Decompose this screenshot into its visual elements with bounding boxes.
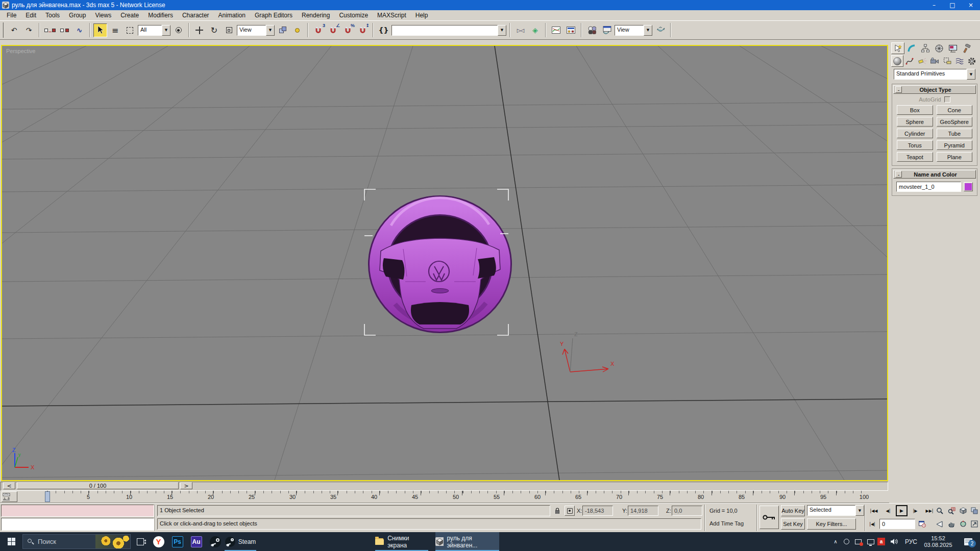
add-time-tag-button[interactable]: Add Time Tag <box>709 520 744 527</box>
field-of-view-button[interactable] <box>934 518 945 530</box>
y-coord-field[interactable]: 14,918 <box>628 506 658 516</box>
dropdown-arrow-icon[interactable]: ▼ <box>498 25 506 36</box>
time-slider-handle[interactable]: 0 / 100 <box>17 482 179 489</box>
absolute-offset-toggle[interactable] <box>565 506 575 516</box>
zoom-button[interactable] <box>934 505 945 516</box>
object-type-button[interactable]: Sphere <box>897 117 933 127</box>
tab-modify[interactable] <box>905 42 918 54</box>
tray-clock[interactable]: 15:52 03.08.2025 <box>921 532 955 551</box>
render-scene-button[interactable] <box>600 23 614 37</box>
object-type-button[interactable]: GeoSphere <box>937 117 973 127</box>
select-and-move-button[interactable] <box>192 23 206 37</box>
auto-key-button[interactable]: Auto Key <box>781 505 805 516</box>
autogrid-checkbox[interactable] <box>944 96 950 103</box>
primitive-category-dropdown[interactable]: Standard Primitives ▼ <box>894 69 975 80</box>
object-type-button[interactable]: Tube <box>937 129 973 138</box>
material-editor-button[interactable] <box>585 23 599 37</box>
category-helpers[interactable] <box>941 55 953 67</box>
select-object-button[interactable] <box>93 23 107 37</box>
menu-item[interactable]: Graph Editors <box>250 11 297 20</box>
object-type-rollout-header[interactable]: - Object Type <box>893 85 976 94</box>
menu-item[interactable]: Tools <box>41 11 64 20</box>
time-slider-next-button[interactable]: > <box>180 482 192 489</box>
object-type-button[interactable]: Torus <box>897 140 933 150</box>
toolbar-grip[interactable] <box>3 22 5 38</box>
menu-item[interactable]: Rendering <box>297 11 334 20</box>
x-coord-field[interactable]: -18,543 <box>582 506 613 516</box>
tab-hierarchy[interactable] <box>919 42 932 54</box>
start-button[interactable] <box>0 532 22 551</box>
tray-alert-app-icon[interactable]: a <box>877 532 886 551</box>
minimize-button[interactable]: – <box>925 0 943 10</box>
zoom-all-button[interactable] <box>946 505 957 516</box>
object-type-button[interactable]: Cylinder <box>897 129 933 138</box>
object-type-button[interactable]: Pyramid <box>937 140 973 150</box>
named-selection-dropdown[interactable]: ▼ <box>391 25 506 36</box>
quick-render-button[interactable] <box>653 23 667 37</box>
previous-frame-button[interactable]: ◀| <box>883 506 894 516</box>
category-cameras[interactable] <box>928 55 940 67</box>
bind-to-space-warp-button[interactable]: ∿ <box>72 23 86 37</box>
perspective-viewport[interactable]: X Y Z Z X y Perspective <box>1 45 888 481</box>
viewport-label[interactable]: Perspective <box>6 48 35 54</box>
go-to-start-button[interactable]: |◀◀ <box>867 506 880 516</box>
tray-recording-icon[interactable] <box>853 532 864 551</box>
taskbar-steam-window[interactable]: Steam <box>225 532 256 551</box>
dropdown-arrow-icon[interactable]: ▼ <box>162 25 170 36</box>
category-space-warps[interactable] <box>953 55 965 67</box>
time-configuration-button[interactable] <box>917 519 927 529</box>
menu-item[interactable]: Modifiers <box>143 11 178 20</box>
key-mode-toggle-button[interactable]: |◀| <box>867 519 877 529</box>
angle-snap-button[interactable]: ∠ <box>326 23 340 37</box>
redo-button[interactable]: ↷ <box>22 23 36 37</box>
dropdown-arrow-icon[interactable]: ▼ <box>967 69 975 80</box>
select-and-scale-button[interactable] <box>222 23 236 37</box>
collapse-icon[interactable]: - <box>895 171 902 178</box>
dropdown-arrow-icon[interactable]: ▼ <box>266 25 275 36</box>
category-geometry[interactable] <box>891 55 903 67</box>
zoom-extents-button[interactable] <box>958 505 969 516</box>
spinner-snap-button[interactable]: ↕ <box>356 23 370 37</box>
selection-lock-toggle[interactable] <box>552 505 562 516</box>
undo-button[interactable]: ↶ <box>7 23 21 37</box>
tray-network-icon[interactable] <box>865 532 876 551</box>
tab-utilities[interactable] <box>960 42 973 54</box>
menu-item[interactable]: Views <box>90 11 116 20</box>
steering-wheel-object[interactable] <box>2 46 887 480</box>
menu-item[interactable]: Create <box>116 11 143 20</box>
object-type-button[interactable]: Teapot <box>897 152 933 162</box>
tab-create[interactable] <box>891 42 904 54</box>
pan-button[interactable] <box>946 518 957 530</box>
track-view-button[interactable] <box>549 23 563 37</box>
current-frame-marker[interactable] <box>45 491 50 502</box>
min-max-toggle-button[interactable] <box>969 518 979 530</box>
taskbar-photoshop[interactable]: Ps <box>168 532 187 551</box>
object-name-field[interactable]: movsteer_1_0 <box>896 182 961 192</box>
taskbar-screenshots-folder[interactable]: Снимки экрана <box>375 532 428 551</box>
close-button[interactable]: × <box>962 0 980 10</box>
set-keys-button[interactable] <box>760 506 779 529</box>
name-and-color-rollout-header[interactable]: - Name and Color <box>893 170 976 179</box>
menu-item[interactable]: Group <box>64 11 90 20</box>
taskbar-3dsmax-window-active[interactable]: руль для эйнваген... <box>435 532 499 551</box>
collapse-icon[interactable]: - <box>895 86 902 93</box>
select-and-link-button[interactable] <box>43 23 57 37</box>
object-type-button[interactable]: Box <box>897 105 933 115</box>
unlink-selection-button[interactable] <box>58 23 71 37</box>
align-button[interactable]: ◈ <box>528 23 542 37</box>
next-frame-button[interactable]: |▶ <box>910 506 921 516</box>
taskbar-steam-icon-button[interactable] <box>206 532 225 551</box>
snap-toggle-button[interactable]: 3 <box>311 23 325 37</box>
z-coord-field[interactable]: 0,0 <box>672 506 702 516</box>
zoom-extents-all-button[interactable] <box>969 505 979 516</box>
category-systems[interactable] <box>966 55 978 67</box>
key-mode-dropdown[interactable]: Selected ▼ <box>807 505 864 516</box>
select-and-rotate-button[interactable]: ↻ <box>207 23 221 37</box>
menu-item[interactable]: Character <box>178 11 214 20</box>
object-color-swatch[interactable] <box>964 182 973 191</box>
category-shapes[interactable] <box>904 55 916 67</box>
open-mini-curve-editor-button[interactable] <box>2 491 17 502</box>
tray-show-hidden-icons[interactable]: ∧ <box>831 532 840 551</box>
maximize-button[interactable]: □ <box>943 0 962 10</box>
dropdown-arrow-icon[interactable]: ▼ <box>855 505 864 516</box>
